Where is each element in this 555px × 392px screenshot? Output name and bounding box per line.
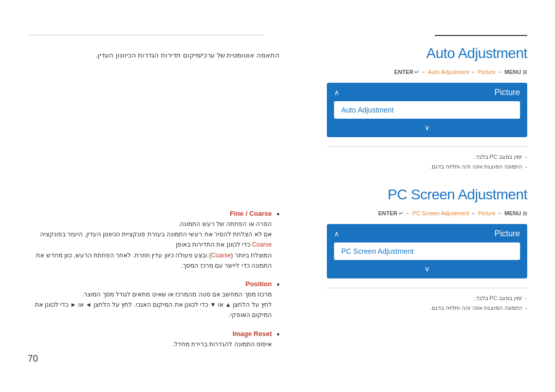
coarse-highlight2: Coarse <box>211 252 231 259</box>
chevron-down-row-1: ∨ <box>334 123 520 132</box>
auto-adjustment-menu-item[interactable]: Auto Adjustment <box>334 101 520 119</box>
right-panel: Auto Adjustment ENTER ↵ ← Auto Adjustmen… <box>327 35 527 328</box>
auto-adjustment-notes: זמין במצב PC בלבד. התמונה המוצגת אינה זה… <box>327 146 527 171</box>
breadcrumb-sep2: ← <box>497 69 504 75</box>
pc-screen-adjustment-picture-box: ∧ Picture PC Screen Adjustment ∨ <box>327 224 527 278</box>
note-1-2: התמונה המוצגת אינה זהה ותלויה בדגם. <box>327 162 527 172</box>
breadcrumb-sep4: ← <box>497 210 504 216</box>
chevron-up-1[interactable]: ∧ <box>334 88 339 97</box>
breadcrumb-sep1: ← <box>471 69 478 75</box>
auto-adjustment-title: Auto Adjustment <box>327 45 527 62</box>
image-reset-label: Image Reset <box>33 330 272 338</box>
pc-screen-adjustment-notes: זמין במצב PC בלבד. התמונה המוצגת אינה זה… <box>327 288 527 312</box>
image-reset-text1: איפוס התמונה להגדרות ברירת מחדל. <box>172 341 272 348</box>
fine-coarse-text3: המוצלח ביותר (Coarse) ובצע פעולה כיוון ע… <box>36 252 272 269</box>
breadcrumb-pc-label: PC Screen Adjustment <box>412 210 469 216</box>
breadcrumb-menu-1: MENU <box>505 69 521 75</box>
auto-adjustment-picture-box: ∧ Picture Auto Adjustment ∨ <box>327 83 527 137</box>
bullet-image-reset: Image Reset איפוס התמונה להגדרות ברירת מ… <box>33 330 280 349</box>
picture-label-2: Picture <box>494 229 520 238</box>
breadcrumb-enter-2: ENTER <box>378 210 397 216</box>
left-panel: התאמה אוטומטית של ערכי/מיקום תדירות הגדר… <box>28 35 280 384</box>
pc-screen-adjustment-title: PC Screen Adjustment <box>327 186 527 203</box>
intro-text: התאמה אוטומטית של ערכי/מיקום תדירות הגדר… <box>96 50 280 61</box>
breadcrumb-sep3: ← <box>471 210 478 216</box>
chevron-down-1[interactable]: ∨ <box>424 123 430 132</box>
note-2-2: התמונה המוצגת אינה זהה ותלויה בדגם. <box>327 303 527 313</box>
bullet-fine-coarse: Fine / Coarse הסרה או הפחתה של רעש התמונ… <box>33 210 280 271</box>
pc-screen-adjustment-breadcrumb: ENTER ↵ ← PC Screen Adjustment ← Picture… <box>327 210 527 217</box>
bullet-section: Fine / Coarse הסרה או הפחתה של רעש התמונ… <box>33 210 280 359</box>
position-label: Position <box>33 280 272 288</box>
breadcrumb-picture-label-1: Picture <box>478 69 495 75</box>
picture-box-header-1: ∧ Picture <box>334 88 520 97</box>
position-text2: לחץ על הלחצן ▲ או ▼ כדי לכוונן את המיקום… <box>35 301 272 319</box>
pc-screen-menu-item[interactable]: PC Screen Adjustment <box>334 242 520 260</box>
breadcrumb-menu-icon-2: ⊞ <box>523 210 527 216</box>
auto-adjustment-breadcrumb: ENTER ↵ ← Auto Adjustment ← Picture ← ME… <box>327 69 527 76</box>
breadcrumb-picture-label-2: Picture <box>478 210 495 216</box>
chevron-up-2[interactable]: ∧ <box>334 230 339 238</box>
picture-label-1: Picture <box>494 88 520 97</box>
breadcrumb-enter-icon-1: ↵ ← <box>415 69 428 75</box>
position-text1: מרכוז מסך המחשב אם סטה מהמרכז או שאינו מ… <box>82 291 272 298</box>
note-2-1: זמין במצב PC בלבד. <box>327 293 527 303</box>
breadcrumb-enter-1: ENTER <box>394 69 413 75</box>
note-1-1: זמין במצב PC בלבד. <box>327 152 527 162</box>
breadcrumb-menu-2: MENU <box>505 210 521 216</box>
coarse-highlight: Coarse <box>252 241 272 248</box>
breadcrumb-menu-icon-1: ⊞ <box>523 69 527 75</box>
fine-coarse-text1: הסרה או הפחתה של רעש התמונה. <box>178 220 272 228</box>
fine-coarse-text2: אם לא הצלחת להסיר את רעשי התמונה בעזרת פ… <box>40 231 272 248</box>
breadcrumb-auto-label-1: Auto Adjustment <box>428 69 469 75</box>
chevron-down-2[interactable]: ∨ <box>424 265 430 273</box>
picture-box-header-2: ∧ Picture <box>334 229 520 238</box>
bullet-position: Position מרכוז מסך המחשב אם סטה מהמרכז א… <box>33 280 280 321</box>
breadcrumb-enter-icon-2: ↵ ← <box>399 210 412 216</box>
fine-coarse-label: Fine / Coarse <box>33 210 272 217</box>
chevron-down-row-2: ∨ <box>334 264 520 273</box>
